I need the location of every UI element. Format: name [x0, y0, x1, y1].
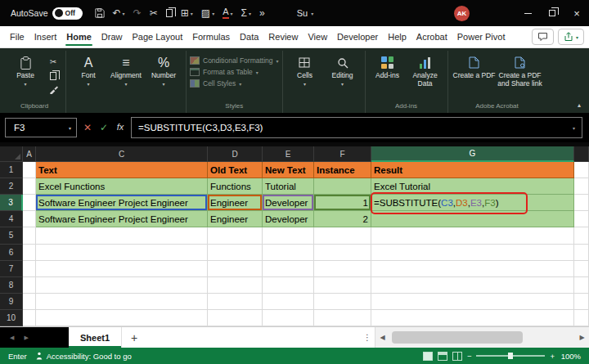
- page-layout-view-button[interactable]: [438, 352, 447, 361]
- font-color-button[interactable]: A▾: [218, 3, 236, 23]
- cell-G6[interactable]: [371, 245, 574, 261]
- cell-C10[interactable]: [36, 310, 208, 326]
- menu-data[interactable]: Data: [235, 26, 263, 47]
- autosum-button[interactable]: Σ▾: [237, 3, 255, 23]
- row-header-8[interactable]: 8: [0, 277, 23, 294]
- name-box[interactable]: F3 ▾: [5, 118, 77, 137]
- number-menu-button[interactable]: % Number ▾: [145, 51, 182, 87]
- cell-A3[interactable]: [23, 195, 36, 211]
- sheet-nav-left-icon[interactable]: ◀: [10, 335, 14, 341]
- zoom-slider-handle[interactable]: [508, 353, 513, 359]
- cell-G8[interactable]: [371, 277, 574, 294]
- cell-E2[interactable]: Tutorial: [263, 178, 314, 195]
- cell-G10[interactable]: [371, 310, 574, 326]
- normal-view-button[interactable]: [423, 352, 433, 361]
- cell-D2[interactable]: Functions: [208, 178, 263, 195]
- cell-partial-9[interactable]: [574, 294, 589, 310]
- menu-power-pivot[interactable]: Power Pivot: [452, 26, 510, 47]
- zoom-percentage[interactable]: 100%: [560, 352, 581, 361]
- column-header-G[interactable]: G: [371, 146, 574, 162]
- row-header-4[interactable]: 4: [0, 211, 23, 227]
- zoom-slider[interactable]: [476, 355, 545, 357]
- menu-view[interactable]: View: [303, 26, 332, 47]
- row-header-5[interactable]: 5: [0, 227, 23, 244]
- collapse-ribbon-button[interactable]: ▴: [578, 101, 581, 109]
- cell-partial-3[interactable]: [574, 195, 589, 211]
- cell-E3[interactable]: Developer: [263, 195, 314, 211]
- scroll-right-icon[interactable]: ▶: [575, 334, 589, 341]
- cell-F6[interactable]: [314, 245, 371, 261]
- copy-button[interactable]: [46, 70, 61, 81]
- tab-options-icon[interactable]: ⋮: [360, 327, 375, 348]
- column-header-D[interactable]: D: [208, 146, 263, 162]
- cancel-button[interactable]: ✕: [79, 122, 96, 133]
- cells-menu-button[interactable]: Cells ▾: [286, 51, 324, 87]
- column-header-F[interactable]: F: [314, 146, 371, 162]
- menu-draw[interactable]: Draw: [97, 26, 128, 47]
- cell-G4[interactable]: [371, 211, 574, 227]
- cell-C7[interactable]: [36, 261, 208, 277]
- addins-button[interactable]: Add-ins: [369, 51, 407, 80]
- menu-acrobat[interactable]: Acrobat: [411, 26, 452, 47]
- cell-G7[interactable]: [371, 261, 574, 277]
- cell-D1[interactable]: Old Text: [208, 162, 263, 178]
- zoom-in-icon[interactable]: +: [550, 352, 555, 361]
- cell-G5[interactable]: [371, 227, 574, 244]
- cell-partial-10[interactable]: [574, 310, 589, 326]
- enter-button[interactable]: ✓: [96, 122, 112, 133]
- conditional-formatting-button[interactable]: Conditional Formatting ▾: [190, 56, 279, 65]
- row-header-9[interactable]: 9: [0, 294, 23, 310]
- cut-button[interactable]: ✂: [46, 56, 61, 67]
- document-title[interactable]: Su ▾: [297, 8, 313, 18]
- select-all-corner[interactable]: [0, 146, 23, 162]
- sheet-tab-sheet1[interactable]: Sheet1: [69, 327, 122, 348]
- format-painter-button[interactable]: [46, 84, 61, 95]
- cell-partial-7[interactable]: [574, 261, 589, 277]
- minimize-button[interactable]: [515, 0, 540, 26]
- row-header-7[interactable]: 7: [0, 261, 23, 277]
- cell-A4[interactable]: [23, 211, 36, 227]
- column-header-partial[interactable]: [574, 146, 589, 162]
- cell-partial-2[interactable]: [574, 178, 589, 195]
- menu-review[interactable]: Review: [263, 26, 303, 47]
- cell-D3[interactable]: Engineer: [208, 195, 263, 211]
- copy-button[interactable]: [162, 3, 177, 23]
- cell-F1[interactable]: Instance: [314, 162, 371, 178]
- new-sheet-button[interactable]: +: [122, 327, 146, 348]
- cell-A2[interactable]: [23, 178, 36, 195]
- cell-E10[interactable]: [263, 310, 314, 326]
- cut-button[interactable]: ✂: [146, 3, 162, 23]
- cell-G1[interactable]: Result: [371, 162, 574, 178]
- cell-C8[interactable]: [36, 277, 208, 294]
- menu-page-layout[interactable]: Page Layout: [127, 26, 187, 47]
- analyze-data-button[interactable]: Analyze Data: [407, 51, 444, 88]
- menu-insert[interactable]: Insert: [29, 26, 62, 47]
- cell-C9[interactable]: [36, 294, 208, 310]
- restore-button[interactable]: [540, 0, 564, 26]
- menu-formulas[interactable]: Formulas: [187, 26, 235, 47]
- column-header-C[interactable]: C: [36, 146, 208, 162]
- cell-E9[interactable]: [263, 294, 314, 310]
- cell-partial-8[interactable]: [574, 277, 589, 294]
- cell-F5[interactable]: [314, 227, 371, 244]
- scrollbar-track[interactable]: [389, 327, 575, 348]
- cell-A9[interactable]: [23, 294, 36, 310]
- cell-F7[interactable]: [314, 261, 371, 277]
- insert-function-button[interactable]: fx: [112, 122, 128, 133]
- cell-C4[interactable]: Software Engineer Project Engineer: [36, 211, 208, 227]
- cell-F2[interactable]: [314, 178, 371, 195]
- cell-F9[interactable]: [314, 294, 371, 310]
- cell-partial-4[interactable]: [574, 211, 589, 227]
- row-header-1[interactable]: 1: [0, 162, 23, 178]
- editing-menu-button[interactable]: Editing ▾: [324, 51, 362, 87]
- cell-D5[interactable]: [208, 227, 263, 244]
- cell-C3[interactable]: Software Engineer Project Engineer: [36, 195, 208, 211]
- cell-A7[interactable]: [23, 261, 36, 277]
- cell-C6[interactable]: [36, 245, 208, 261]
- column-header-E[interactable]: E: [263, 146, 314, 162]
- menu-home[interactable]: Home: [61, 26, 97, 47]
- create-pdf-button[interactable]: Create a PDF: [452, 51, 497, 80]
- cell-partial-1[interactable]: [574, 162, 589, 178]
- redo-button[interactable]: ↷: [129, 3, 146, 23]
- row-header-6[interactable]: 6: [0, 245, 23, 261]
